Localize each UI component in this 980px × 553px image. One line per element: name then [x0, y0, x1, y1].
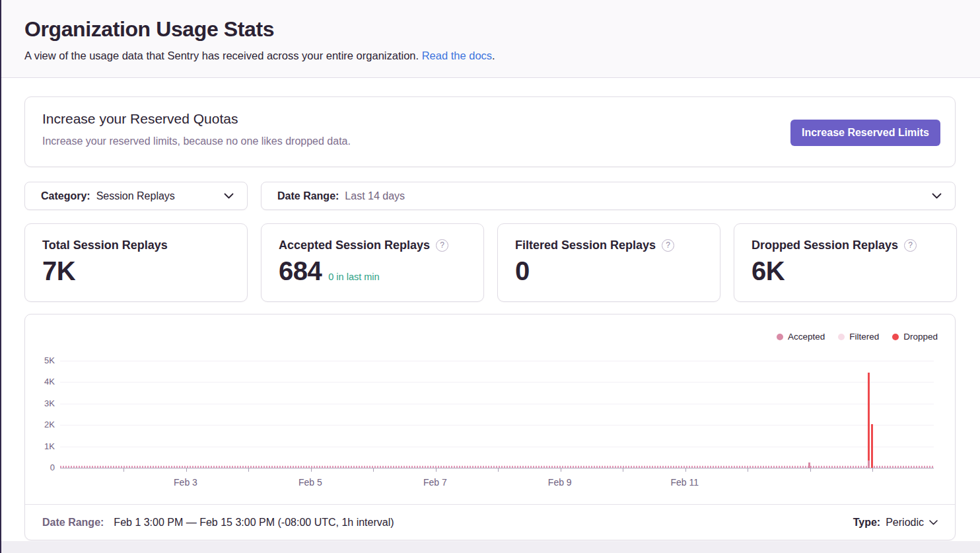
category-dropdown[interactable]: Category: Session Replays	[24, 182, 248, 210]
chart-footer: Date Range: Feb 1 3:00 PM — Feb 15 3:00 …	[25, 504, 955, 540]
page-header: Organization Usage Stats A view of the u…	[0, 0, 980, 78]
x-axis-tick	[872, 468, 873, 472]
help-icon[interactable]: ?	[904, 239, 917, 252]
date-range-dropdown[interactable]: Date Range: Last 14 days	[261, 182, 956, 210]
bar-accepted	[868, 461, 870, 468]
type-dropdown-label: Type:	[853, 517, 880, 529]
page-subtitle-period: .	[492, 50, 495, 61]
y-axis-label: 3K	[27, 398, 55, 408]
y-axis-label: 0	[27, 462, 55, 472]
score-card-dropped: Dropped Session Replays ? 6K	[734, 223, 957, 302]
score-card-title: Dropped Session Replays	[752, 239, 898, 252]
chart-gridline	[60, 382, 934, 383]
accepted-baseline-bars	[60, 466, 934, 468]
score-card-filtered: Filtered Session Replays ? 0	[497, 223, 720, 302]
chevron-down-icon	[224, 193, 234, 199]
bar-dropped	[871, 424, 873, 468]
x-axis-label: Feb 3	[156, 477, 215, 488]
x-axis-tick	[436, 468, 437, 472]
legend-label: Accepted	[788, 332, 825, 342]
increase-reserved-limits-button[interactable]: Increase Reserved Limits	[790, 120, 940, 146]
score-card-title: Filtered Session Replays	[515, 239, 656, 252]
score-card-accepted: Accepted Session Replays ? 684 0 in last…	[261, 223, 484, 302]
x-axis-tick	[561, 468, 561, 472]
x-axis-label: Feb 9	[530, 477, 590, 488]
legend-dot	[892, 334, 899, 340]
score-card-total: Total Session Replays 7K	[24, 223, 248, 302]
y-axis-label: 4K	[27, 377, 55, 387]
x-axis-tick	[123, 468, 124, 472]
chart-gridline	[60, 361, 934, 361]
chart-gridline	[60, 404, 934, 404]
date-range-dropdown-label: Date Range:	[277, 190, 339, 202]
page-title: Organization Usage Stats	[24, 17, 980, 42]
score-card-value: 7K	[42, 256, 75, 286]
type-dropdown[interactable]: Type: Periodic	[853, 517, 938, 529]
x-axis-tick	[186, 468, 187, 472]
chart-legend: AcceptedFilteredDropped	[777, 332, 938, 342]
category-dropdown-label: Category:	[41, 190, 90, 202]
x-axis-label: Feb 7	[405, 477, 465, 488]
legend-dot	[777, 334, 783, 340]
chart-gridline	[60, 447, 934, 447]
x-axis-tick	[311, 468, 312, 472]
chevron-down-icon	[932, 193, 942, 199]
legend-label: Filtered	[849, 332, 879, 342]
x-axis-line	[60, 468, 934, 468]
y-axis-label: 1K	[27, 441, 55, 451]
type-dropdown-value: Periodic	[886, 517, 924, 529]
sidebar-edge	[0, 0, 1, 553]
chevron-down-icon	[929, 520, 938, 525]
footer-date-range-label: Date Range:	[42, 517, 104, 529]
score-card-trend: 0 in last min	[328, 272, 379, 282]
score-card-title: Accepted Session Replays	[279, 239, 430, 252]
read-the-docs-link[interactable]: Read the docs	[422, 50, 492, 61]
bar-dropped	[868, 373, 870, 461]
x-axis-label: Feb 5	[281, 477, 340, 488]
chart-gridline	[60, 425, 934, 425]
score-card-value: 6K	[752, 256, 785, 286]
legend-dot	[838, 334, 845, 340]
footer-date-range-value: Feb 1 3:00 PM — Feb 15 3:00 PM (-08:00 U…	[114, 517, 394, 529]
page-subtitle: A view of the usage data that Sentry has…	[24, 50, 980, 62]
legend-item-filtered[interactable]: Filtered	[838, 332, 879, 342]
category-dropdown-value: Session Replays	[96, 190, 175, 202]
x-axis-tick	[810, 468, 811, 472]
x-axis-tick	[748, 468, 748, 472]
legend-item-accepted[interactable]: Accepted	[777, 332, 825, 342]
score-card-title: Total Session Replays	[42, 239, 168, 252]
x-axis-tick	[498, 468, 499, 472]
score-card-value: 684	[279, 256, 322, 286]
score-card-value: 0	[515, 256, 530, 286]
page-subtitle-text: A view of the usage data that Sentry has…	[24, 50, 419, 61]
x-axis-tick	[623, 468, 623, 472]
x-axis-tick	[373, 468, 374, 472]
bar-accepted	[808, 462, 810, 468]
legend-label: Dropped	[903, 332, 938, 342]
y-axis-label: 5K	[27, 355, 55, 365]
help-icon[interactable]: ?	[436, 239, 448, 252]
date-range-dropdown-value: Last 14 days	[345, 190, 405, 202]
x-axis-label: Feb 11	[655, 477, 715, 488]
page-bottom-strip	[0, 541, 980, 553]
x-axis-tick	[248, 468, 249, 472]
help-icon[interactable]: ?	[662, 239, 674, 252]
quota-banner: Increase your Reserved Quotas Increase y…	[24, 96, 956, 167]
legend-item-dropped[interactable]: Dropped	[892, 332, 938, 342]
usage-chart-panel: AcceptedFilteredDropped Date Range: Feb …	[24, 314, 956, 540]
x-axis-tick	[685, 468, 686, 472]
y-axis-label: 2K	[27, 420, 55, 429]
